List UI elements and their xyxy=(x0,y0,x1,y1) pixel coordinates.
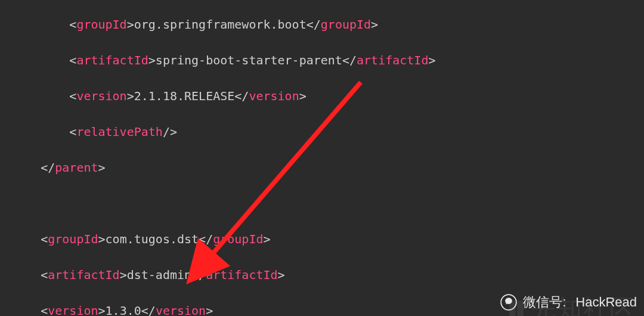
wechat-badge: 微信号: HackRead xyxy=(500,293,637,311)
tag-text: org.springframework.boot xyxy=(134,17,306,32)
code-line: <version>2.1.18.RELEASE</version> xyxy=(12,87,600,105)
indent xyxy=(12,17,69,32)
code-line: <groupId>com.tugos.dst</groupId> xyxy=(12,230,600,248)
code-line: <artifactId>dst-admin</artifactId> xyxy=(12,266,600,284)
wechat-value: HackRead xyxy=(575,293,637,311)
tag-open: groupId xyxy=(76,17,126,32)
code-block: <groupId>org.springframework.boot</group… xyxy=(12,0,600,316)
wechat-icon xyxy=(500,294,517,311)
tag-close: groupId xyxy=(321,17,371,32)
code-line: </parent> xyxy=(12,159,600,176)
code-line: <relativePath/> xyxy=(12,123,600,141)
blank-line xyxy=(12,194,600,212)
code-line: <groupId>org.springframework.boot</group… xyxy=(12,16,600,33)
code-line: <artifactId>spring-boot-starter-parent</… xyxy=(12,51,600,69)
wechat-label: 微信号: xyxy=(523,293,566,311)
